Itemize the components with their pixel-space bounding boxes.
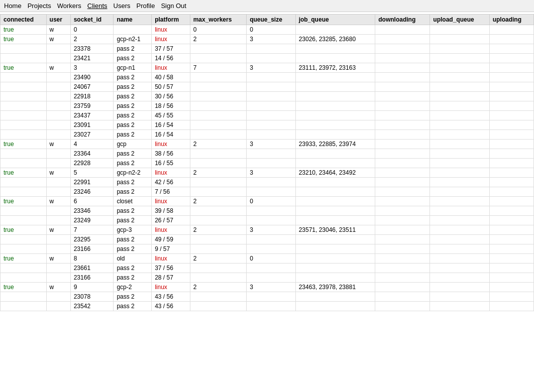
table-row[interactable]: truew9gcp-2linux2323463, 23978, 23881: [1, 283, 534, 292]
cell-upload_queue: [430, 225, 489, 235]
cell-queue_size: 0: [247, 254, 295, 264]
table-row[interactable]: truew5gcp-n2-2linux2323210, 23464, 23492: [1, 168, 534, 178]
cell-socket_id: 8: [70, 254, 114, 264]
sub-cell-8: [375, 73, 430, 82]
cell-name: old: [114, 254, 152, 264]
cell-downloading: [375, 283, 430, 292]
sub-cell-9: [430, 130, 489, 140]
table-row: 22918pass 230 / 56: [1, 92, 534, 101]
sub-cell-5: [190, 302, 247, 311]
sub-cell-2: 23364: [70, 149, 114, 159]
nav-item-sign-out[interactable]: Sign Out: [161, 2, 186, 10]
cell-socket_id: 6: [70, 197, 114, 206]
sub-cell-6: [247, 159, 295, 168]
sub-cell-9: [430, 54, 489, 63]
table-row[interactable]: truew3gcp-n1linux7323111, 23972, 23163: [1, 63, 534, 73]
sub-cell-5: [190, 101, 247, 111]
sub-cell-1: [46, 302, 70, 311]
cell-uploading: [489, 254, 533, 264]
cell-uploading: [489, 25, 533, 35]
sub-cell-1: [46, 73, 70, 82]
cell-upload_queue: [430, 254, 489, 264]
sub-cell-5: [190, 149, 247, 159]
cell-connected: true: [1, 35, 47, 44]
cell-uploading: [489, 197, 533, 206]
sub-cell-10: [489, 302, 533, 311]
cell-job_queue: [295, 197, 375, 206]
sub-cell-6: [247, 73, 295, 82]
sub-cell-7: [295, 302, 375, 311]
sub-cell-8: [375, 292, 430, 302]
nav-item-home[interactable]: Home: [4, 2, 22, 10]
table-row: 23295pass 249 / 59: [1, 235, 534, 244]
cell-max_workers: 2: [190, 225, 247, 235]
table-row: 23078pass 243 / 56: [1, 292, 534, 302]
cell-connected: true: [1, 254, 47, 264]
sub-cell-8: [375, 187, 430, 197]
nav-item-profile[interactable]: Profile: [137, 2, 155, 10]
sub-cell-1: [46, 149, 70, 159]
sub-cell-3: pass 2: [114, 235, 152, 244]
sub-cell-7: [295, 73, 375, 82]
nav-item-users[interactable]: Users: [114, 2, 131, 10]
sub-cell-0: [1, 292, 47, 302]
cell-queue_size: 0: [247, 25, 295, 35]
sub-cell-3: pass 2: [114, 149, 152, 159]
sub-cell-10: [489, 101, 533, 111]
sub-cell-6: [247, 216, 295, 225]
nav-item-clients[interactable]: Clients: [87, 2, 108, 10]
sub-cell-10: [489, 244, 533, 254]
sub-cell-5: [190, 130, 247, 140]
col-header-platform: platform: [152, 15, 190, 25]
sub-cell-6: [247, 130, 295, 140]
cell-queue_size: 3: [247, 168, 295, 178]
table-row: 23249pass 226 / 57: [1, 216, 534, 225]
col-header-upload_queue: upload_queue: [430, 15, 489, 25]
sub-cell-8: [375, 82, 430, 92]
table-row[interactable]: truew0linux00: [1, 25, 534, 35]
table-row: 23166pass 228 / 57: [1, 273, 534, 283]
sub-cell-7: [295, 92, 375, 101]
sub-cell-5: [190, 216, 247, 225]
cell-downloading: [375, 254, 430, 264]
table-row[interactable]: truew2gcp-n2-1linux2323026, 23285, 23680: [1, 35, 534, 44]
sub-cell-1: [46, 92, 70, 101]
sub-cell-5: [190, 73, 247, 82]
cell-user: w: [46, 197, 70, 206]
nav-item-workers[interactable]: Workers: [57, 2, 81, 10]
sub-cell-5: [190, 111, 247, 120]
cell-queue_size: 3: [247, 283, 295, 292]
cell-uploading: [489, 35, 533, 44]
cell-job_queue: 23111, 23972, 23163: [295, 63, 375, 73]
sub-cell-4: 18 / 56: [152, 101, 190, 111]
sub-cell-3: pass 2: [114, 92, 152, 101]
sub-cell-9: [430, 302, 489, 311]
sub-cell-4: 37 / 57: [152, 44, 190, 54]
cell-user: w: [46, 35, 70, 44]
cell-downloading: [375, 197, 430, 206]
sub-cell-10: [489, 235, 533, 244]
cell-name: closet: [114, 197, 152, 206]
col-header-uploading: uploading: [489, 15, 533, 25]
sub-cell-3: pass 2: [114, 73, 152, 82]
sub-cell-9: [430, 235, 489, 244]
table-row[interactable]: truew7gcp-3linux2323571, 23046, 23511: [1, 225, 534, 235]
cell-connected: true: [1, 225, 47, 235]
sub-cell-4: 26 / 57: [152, 216, 190, 225]
table-row[interactable]: truew8oldlinux20: [1, 254, 534, 264]
sub-cell-2: 23249: [70, 216, 114, 225]
sub-cell-2: 23027: [70, 130, 114, 140]
sub-cell-8: [375, 273, 430, 283]
sub-cell-8: [375, 101, 430, 111]
table-row[interactable]: truew4gcplinux2323933, 22885, 23974: [1, 140, 534, 149]
sub-cell-9: [430, 244, 489, 254]
sub-cell-5: [190, 54, 247, 63]
cell-user: w: [46, 25, 70, 35]
sub-cell-0: [1, 302, 47, 311]
sub-cell-8: [375, 111, 430, 120]
sub-cell-5: [190, 264, 247, 273]
table-row[interactable]: truew6closetlinux20: [1, 197, 534, 206]
cell-downloading: [375, 225, 430, 235]
nav-item-projects[interactable]: Projects: [28, 2, 51, 10]
sub-cell-0: [1, 244, 47, 254]
